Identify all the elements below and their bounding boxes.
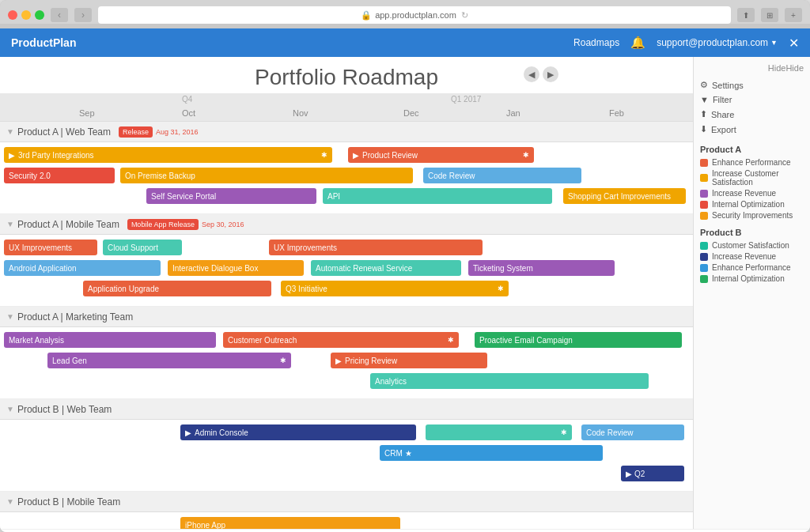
bar-code-review-b[interactable]: Code Review: [581, 424, 684, 440]
bar-q3[interactable]: Q3 Initiative ✱: [281, 281, 509, 296]
team-header-mobile: ▼ Product A | Mobile Team Mobile App Rel…: [0, 214, 693, 235]
url-text: app.productplan.com: [375, 10, 456, 20]
bar-product-review[interactable]: ▶ Product Review ✱: [348, 147, 534, 163]
footer: Powered by ▶ ProductPlan Help | Contact …: [0, 529, 810, 532]
team-header-marketing: ▼ Product A | Marketing Team: [0, 307, 693, 327]
bar-analytics[interactable]: Analytics: [370, 373, 649, 389]
close-nav-button[interactable]: ✕: [789, 36, 799, 51]
bar-api[interactable]: API: [323, 188, 552, 204]
export-action[interactable]: ⬇ Export: [700, 122, 804, 137]
bar-ux-2[interactable]: UX Improvements: [269, 240, 483, 255]
toggle-b-web[interactable]: ▼: [6, 405, 14, 413]
bar-app-upgrade[interactable]: Application Upgrade: [83, 281, 271, 296]
app-container: ProductPlan Roadmaps 🔔 support@productpl…: [0, 28, 810, 532]
browser-chrome: ‹ › 🔒 app.productplan.com ↻ ⬆ ⊞ +: [0, 0, 810, 24]
toggle-web[interactable]: ▼: [6, 127, 14, 136]
bar-shopping-cart[interactable]: Shopping Cart Improvements: [563, 188, 686, 204]
minimize-traffic-light[interactable]: [21, 10, 31, 20]
share-label: Share: [711, 110, 734, 119]
bar-security-2[interactable]: Security 2.0: [4, 168, 115, 183]
bar-crm[interactable]: CRM ★: [380, 445, 603, 461]
page-title: Portfolio Roadmap: [0, 65, 693, 90]
share-action[interactable]: ⬆ Share: [700, 107, 804, 122]
bar-ux-1[interactable]: UX Improvements: [4, 240, 97, 255]
legend-section-b: Product B Customer Satisfaction Increase…: [700, 228, 804, 283]
hide-button[interactable]: Hide: [768, 63, 786, 73]
prev-arrow[interactable]: ◀: [524, 66, 539, 82]
filter-action[interactable]: ▼ Filter: [700, 92, 804, 107]
team-header-web: ▼ Product A | Web Team Release Aug 31, 2…: [0, 122, 693, 142]
team-section-mobile: ▼ Product A | Mobile Team Mobile App Rel…: [0, 214, 693, 307]
legend-title-a: Product A: [700, 145, 804, 154]
bar-renewal[interactable]: Automatic Renewal Service: [311, 260, 461, 276]
bar-lead-gen[interactable]: Lead Gen ✱: [47, 353, 291, 368]
bar-3rd-party[interactable]: ▶ 3rd Party Integrations ✱: [4, 147, 332, 163]
traffic-lights: [8, 10, 44, 20]
brand-logo: ProductPlan: [11, 36, 573, 49]
bar-code-review-a[interactable]: Code Review: [423, 168, 581, 183]
user-menu[interactable]: support@productplan.com ▼: [657, 37, 778, 48]
notification-bell[interactable]: 🔔: [630, 36, 645, 50]
bar-iphone-app[interactable]: iPhone App: [180, 517, 400, 529]
bar-self-service[interactable]: Self Service Portal: [146, 188, 316, 204]
new-tab-button[interactable]: ⊞: [761, 8, 778, 22]
roadmaps-nav[interactable]: Roadmaps: [573, 37, 619, 48]
team-section-b-web: ▼ Product B | Web Team ▶ Admin Console ✱…: [0, 399, 693, 492]
bar-ticketing[interactable]: Ticketing System: [468, 260, 615, 276]
hide-label[interactable]: Hide: [785, 63, 804, 73]
team-name-b-mobile: Product B | Mobile Team: [17, 496, 120, 507]
toggle-mobile[interactable]: ▼: [6, 220, 14, 228]
bar-cloud[interactable]: Cloud Support: [103, 240, 182, 255]
sidebar: Hide Hide ⚙ Settings ▼ Filter ⬆ Share ⬇: [693, 57, 810, 529]
bar-admin-console[interactable]: ▶ Admin Console: [180, 424, 416, 440]
next-arrow[interactable]: ▶: [543, 66, 558, 82]
settings-action[interactable]: ⚙ Settings: [700, 77, 804, 92]
user-email: support@productplan.com: [657, 37, 768, 48]
team-name-mobile: Product A | Mobile Team: [17, 219, 119, 230]
team-section-web: ▼ Product A | Web Team Release Aug 31, 2…: [0, 122, 693, 214]
title-bar: Portfolio Roadmap ◀ ▶: [0, 57, 693, 93]
address-bar[interactable]: 🔒 app.productplan.com ↻: [98, 6, 731, 24]
bar-proactive-email[interactable]: Proactive Email Campaign: [475, 332, 682, 348]
top-nav: ProductPlan Roadmaps 🔔 support@productpl…: [0, 28, 810, 57]
forward-button[interactable]: ›: [74, 8, 92, 22]
team-name-web: Product A | Web Team: [17, 126, 111, 138]
roadmap-main: Portfolio Roadmap ◀ ▶ Q4 Q1 2017 Sep Oct…: [0, 57, 693, 529]
new-window-button[interactable]: +: [785, 8, 802, 22]
bar-customer-outreach[interactable]: Customer Outreach ✱: [223, 332, 459, 348]
back-button[interactable]: ‹: [51, 8, 68, 22]
team-name-b-web: Product B | Web Team: [17, 404, 112, 415]
team-header-b-web: ▼ Product B | Web Team: [0, 399, 693, 420]
legend-title-b: Product B: [700, 228, 804, 237]
bar-android[interactable]: Android Application: [4, 260, 161, 276]
bar-market-analysis[interactable]: Market Analysis: [4, 332, 216, 348]
bar-b-teal[interactable]: ✱: [426, 424, 572, 440]
bar-dialogue[interactable]: Interactive Dialogue Box: [168, 260, 304, 276]
bar-pricing-review[interactable]: ▶ Pricing Review: [331, 353, 487, 368]
timeline-header: Q4 Q1 2017 Sep Oct Nov Dec Jan Feb: [0, 93, 693, 122]
toggle-marketing[interactable]: ▼: [6, 312, 14, 321]
bar-on-premise[interactable]: On Premise Backup: [120, 168, 413, 183]
team-section-marketing: ▼ Product A | Marketing Team Market Anal…: [0, 307, 693, 399]
team-section-b-mobile: ▼ Product B | Mobile Team iPhone App Mob…: [0, 492, 693, 529]
maximize-traffic-light[interactable]: [35, 10, 44, 20]
team-header-b-mobile: ▼ Product B | Mobile Team: [0, 492, 693, 512]
bar-q2[interactable]: ▶ Q2: [621, 466, 684, 481]
settings-label: Settings: [712, 81, 744, 90]
share-browser-button[interactable]: ⬆: [737, 8, 755, 22]
legend-section-a: Product A Enhance Performance Increase C…: [700, 145, 804, 220]
filter-label: Filter: [713, 95, 732, 104]
close-traffic-light[interactable]: [8, 10, 17, 20]
toggle-b-mobile[interactable]: ▼: [6, 497, 14, 506]
team-name-marketing: Product A | Marketing Team: [17, 311, 133, 323]
gantt-body: ▼ Product A | Web Team Release Aug 31, 2…: [0, 122, 693, 529]
export-label: Export: [711, 125, 736, 134]
